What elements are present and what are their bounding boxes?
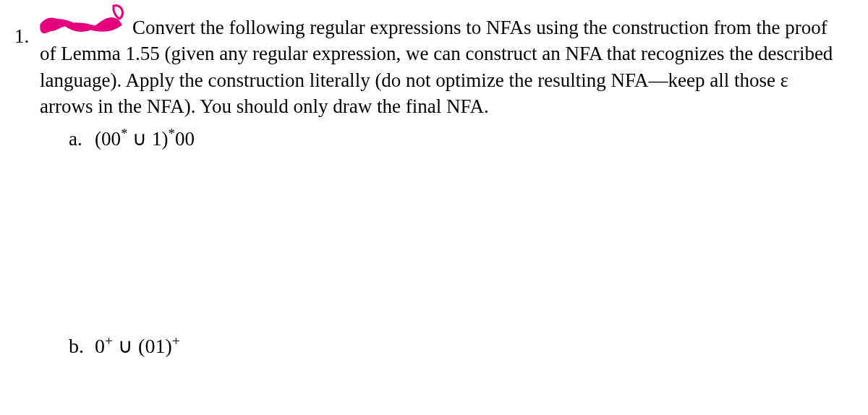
subpart-label: a.: [69, 126, 95, 152]
subpart-label: b.: [69, 333, 95, 360]
subpart-b: b. 0+ ∪ (01)+: [69, 333, 846, 360]
subpart-expression: (00* ∪ 1)*00: [95, 126, 195, 152]
subparts-list: a. (00* ∪ 1)*00 b. 0+ ∪ (01)+: [40, 126, 846, 360]
question-prompt: Convert the following regular expression…: [40, 14, 846, 120]
subpart-a: a. (00* ∪ 1)*00: [69, 126, 846, 152]
prompt-container: Convert the following regular expression…: [40, 14, 846, 120]
question-container: 1. Convert the following regular express…: [14, 14, 846, 360]
subpart-expression: 0+ ∪ (01)+: [95, 333, 180, 360]
question-body: Convert the following regular expression…: [40, 14, 846, 360]
question-number: 1.: [14, 14, 40, 49]
